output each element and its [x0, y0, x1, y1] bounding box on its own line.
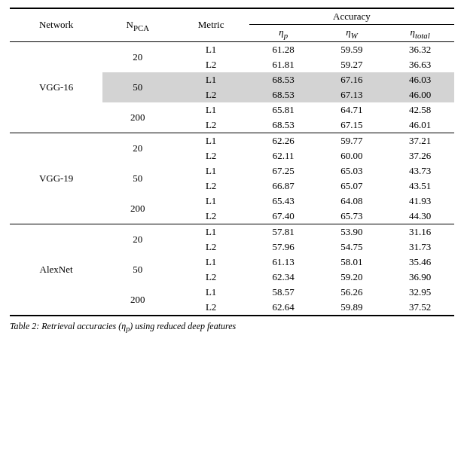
- metric-cell: L2: [172, 178, 249, 194]
- npca-cell: 200: [102, 102, 172, 133]
- eta-w-cell: 60.00: [318, 148, 386, 163]
- npca-cell: 20: [102, 224, 172, 255]
- table-row: VGG-1620L161.2859.5936.32: [10, 41, 454, 57]
- eta-w-cell: 58.01: [318, 255, 386, 270]
- eta-w-cell: 64.71: [318, 102, 386, 117]
- eta-total-cell: 37.52: [386, 300, 454, 316]
- eta-p-cell: 58.57: [249, 285, 318, 300]
- header-row-1: Network NPCA Metric Accuracy: [10, 8, 454, 25]
- metric-cell: L1: [172, 102, 249, 117]
- eta-p-cell: 68.53: [249, 87, 318, 102]
- eta-w-cell: 56.26: [318, 285, 386, 300]
- metric-cell: L1: [172, 163, 249, 178]
- header-accuracy: Accuracy: [249, 8, 454, 25]
- eta-p-cell: 68.53: [249, 117, 318, 133]
- metric-cell: L2: [172, 148, 249, 163]
- eta-p-cell: 61.81: [249, 57, 318, 72]
- eta-total-cell: 36.32: [386, 41, 454, 57]
- eta-p-cell: 61.28: [249, 41, 318, 57]
- eta-w-cell: 59.59: [318, 41, 386, 57]
- eta-p-cell: 62.64: [249, 300, 318, 316]
- header-metric: Metric: [172, 8, 249, 41]
- metric-cell: L1: [172, 255, 249, 270]
- eta-p-cell: 57.81: [249, 224, 318, 240]
- eta-w-cell: 65.07: [318, 178, 386, 194]
- eta-w-cell: 67.15: [318, 117, 386, 133]
- npca-cell: 50: [102, 163, 172, 194]
- eta-total-cell: 31.16: [386, 224, 454, 240]
- metric-cell: L1: [172, 285, 249, 300]
- metric-cell: L2: [172, 87, 249, 102]
- npca-cell: 50: [102, 72, 172, 102]
- eta-total-cell: 43.51: [386, 178, 454, 194]
- eta-p-cell: 61.13: [249, 255, 318, 270]
- header-eta-total: ηtotal: [386, 25, 454, 42]
- eta-total-cell: 46.03: [386, 72, 454, 87]
- eta-p-cell: 65.81: [249, 102, 318, 117]
- eta-w-cell: 65.73: [318, 209, 386, 224]
- eta-w-cell: 59.20: [318, 270, 386, 285]
- eta-p-cell: 57.96: [249, 240, 318, 255]
- eta-total-cell: 43.73: [386, 163, 454, 178]
- eta-p-cell: 65.43: [249, 194, 318, 209]
- eta-p-cell: 62.26: [249, 133, 318, 148]
- eta-total-cell: 36.90: [386, 270, 454, 285]
- npca-cell: 20: [102, 133, 172, 163]
- eta-p-cell: 67.40: [249, 209, 318, 224]
- metric-cell: L2: [172, 270, 249, 285]
- eta-p-cell: 67.25: [249, 163, 318, 178]
- eta-total-cell: 32.95: [386, 285, 454, 300]
- metric-cell: L2: [172, 240, 249, 255]
- eta-p-cell: 68.53: [249, 72, 318, 87]
- eta-total-cell: 35.46: [386, 255, 454, 270]
- metric-cell: L2: [172, 300, 249, 316]
- eta-w-cell: 67.16: [318, 72, 386, 87]
- caption-text: Table 2: Retrieval accuracies (ηp) using…: [10, 321, 236, 331]
- eta-total-cell: 31.73: [386, 240, 454, 255]
- eta-total-cell: 44.30: [386, 209, 454, 224]
- metric-cell: L1: [172, 194, 249, 209]
- metric-cell: L1: [172, 224, 249, 240]
- eta-total-cell: 41.93: [386, 194, 454, 209]
- eta-w-cell: 59.89: [318, 300, 386, 316]
- network-cell: VGG-19: [10, 133, 102, 224]
- table-caption: Table 2: Retrieval accuracies (ηp) using…: [10, 321, 454, 333]
- metric-cell: L2: [172, 117, 249, 133]
- npca-cell: 200: [102, 285, 172, 316]
- eta-w-cell: 59.27: [318, 57, 386, 72]
- metric-cell: L1: [172, 133, 249, 148]
- eta-p-cell: 66.87: [249, 178, 318, 194]
- accuracy-table: Network NPCA Metric Accuracy ηp ηW ηtota…: [10, 8, 454, 316]
- npca-cell: 200: [102, 194, 172, 224]
- network-cell: AlexNet: [10, 224, 102, 316]
- table-container: Network NPCA Metric Accuracy ηp ηW ηtota…: [10, 8, 454, 316]
- header-npca: NPCA: [102, 8, 172, 41]
- eta-w-cell: 54.75: [318, 240, 386, 255]
- eta-w-cell: 67.13: [318, 87, 386, 102]
- eta-total-cell: 36.63: [386, 57, 454, 72]
- header-eta-p: ηp: [249, 25, 318, 42]
- eta-total-cell: 37.21: [386, 133, 454, 148]
- eta-total-cell: 46.00: [386, 87, 454, 102]
- header-eta-w: ηW: [318, 25, 386, 42]
- metric-cell: L2: [172, 209, 249, 224]
- table-row: AlexNet20L157.8153.9031.16: [10, 224, 454, 240]
- eta-w-cell: 59.77: [318, 133, 386, 148]
- header-network: Network: [10, 8, 102, 41]
- eta-p-cell: 62.34: [249, 270, 318, 285]
- eta-total-cell: 37.26: [386, 148, 454, 163]
- metric-cell: L2: [172, 57, 249, 72]
- eta-total-cell: 46.01: [386, 117, 454, 133]
- metric-cell: L1: [172, 41, 249, 57]
- npca-cell: 20: [102, 41, 172, 72]
- npca-cell: 50: [102, 255, 172, 285]
- table-body: VGG-1620L161.2859.5936.32L261.8159.2736.…: [10, 41, 454, 316]
- eta-total-cell: 42.58: [386, 102, 454, 117]
- eta-w-cell: 64.08: [318, 194, 386, 209]
- eta-w-cell: 65.03: [318, 163, 386, 178]
- eta-w-cell: 53.90: [318, 224, 386, 240]
- table-row: VGG-1920L162.2659.7737.21: [10, 133, 454, 148]
- network-cell: VGG-16: [10, 41, 102, 133]
- metric-cell: L1: [172, 72, 249, 87]
- eta-p-cell: 62.11: [249, 148, 318, 163]
